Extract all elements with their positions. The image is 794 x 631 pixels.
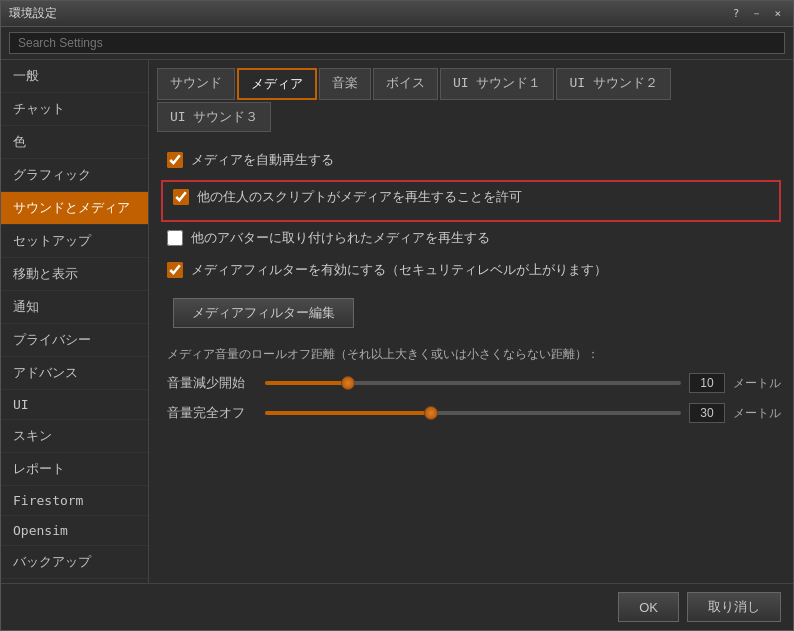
checkbox-row-auto-play: メディアを自動再生する <box>161 148 781 172</box>
slider-value-volume-decrease[interactable] <box>689 373 725 393</box>
rolloff-title: メディア音量のロールオフ距離（それ以上大きく或いは小さくならない距離）： <box>167 346 781 363</box>
content-area: 一般チャット色グラフィックサウンドとメディアセットアップ移動と表示通知プライバシ… <box>1 60 793 583</box>
label-media-filter: メディアフィルターを有効にする（セキュリティレベルが上がります） <box>191 261 607 279</box>
sidebar-item-ui[interactable]: UI <box>1 390 148 420</box>
label-allow-others: 他の住人のスクリプトがメディアを再生することを許可 <box>197 188 522 206</box>
sidebar-item-graphics[interactable]: グラフィック <box>1 159 148 192</box>
tab-ui-sound1[interactable]: UI サウンド１ <box>440 68 554 100</box>
checkbox-attached-media[interactable] <box>167 230 183 246</box>
sidebar-item-move-display[interactable]: 移動と表示 <box>1 258 148 291</box>
sidebar-item-advance[interactable]: アドバンス <box>1 357 148 390</box>
slider-label-volume-decrease: 音量減少開始 <box>167 374 257 392</box>
slider-row-volume-decrease: 音量減少開始 メートル <box>167 373 781 393</box>
checkbox-row-media-filter: メディアフィルターを有効にする（セキュリティレベルが上がります） <box>161 258 781 282</box>
sidebar-item-privacy[interactable]: プライバシー <box>1 324 148 357</box>
sidebar-item-general[interactable]: 一般 <box>1 60 148 93</box>
footer: OK 取り消し <box>1 583 793 630</box>
slider-label-volume-off: 音量完全オフ <box>167 404 257 422</box>
slider-unit-volume-decrease: メートル <box>733 375 781 392</box>
sidebar-item-firestorm[interactable]: Firestorm <box>1 486 148 516</box>
title-bar-buttons: ? － × <box>729 6 785 21</box>
close-button[interactable]: × <box>770 7 785 20</box>
checkbox-allow-others[interactable] <box>173 189 189 205</box>
cancel-button[interactable]: 取り消し <box>687 592 781 622</box>
checkbox-row-attached-media: 他のアバターに取り付けられたメディアを再生する <box>161 226 781 250</box>
slider-value-volume-off[interactable] <box>689 403 725 423</box>
sidebar-item-opensim[interactable]: Opensim <box>1 516 148 546</box>
sidebar-item-backup[interactable]: バックアップ <box>1 546 148 579</box>
window-title: 環境設定 <box>9 5 57 22</box>
slider-thumb-volume-off[interactable] <box>424 406 438 420</box>
media-filter-edit-button[interactable]: メディアフィルター編集 <box>173 298 354 328</box>
help-button[interactable]: ? <box>729 7 744 20</box>
search-bar <box>1 27 793 60</box>
tab-sound[interactable]: サウンド <box>157 68 235 100</box>
sidebar-item-report[interactable]: レポート <box>1 453 148 486</box>
sidebar-item-chat[interactable]: チャット <box>1 93 148 126</box>
sidebar-item-setup[interactable]: セットアップ <box>1 225 148 258</box>
minimize-button[interactable]: － <box>747 6 766 21</box>
tabs: サウンドメディア音楽ボイスUI サウンド１UI サウンド２UI サウンド３ <box>157 68 785 132</box>
label-auto-play: メディアを自動再生する <box>191 151 334 169</box>
label-attached-media: 他のアバターに取り付けられたメディアを再生する <box>191 229 490 247</box>
settings-window: 環境設定 ? － × 一般チャット色グラフィックサウンドとメディアセットアップ移… <box>0 0 794 631</box>
sidebar: 一般チャット色グラフィックサウンドとメディアセットアップ移動と表示通知プライバシ… <box>1 60 149 583</box>
sidebar-item-sound-media[interactable]: サウンドとメディア <box>1 192 148 225</box>
slider-row-volume-off: 音量完全オフ メートル <box>167 403 781 423</box>
tab-voice[interactable]: ボイス <box>373 68 438 100</box>
tab-music[interactable]: 音楽 <box>319 68 371 100</box>
slider-fill-volume-decrease <box>265 381 348 385</box>
tab-ui-sound2[interactable]: UI サウンド２ <box>556 68 670 100</box>
checkbox-row-allow-others: 他の住人のスクリプトがメディアを再生することを許可 <box>167 185 775 209</box>
sidebar-item-color[interactable]: 色 <box>1 126 148 159</box>
title-bar: 環境設定 ? － × <box>1 1 793 27</box>
tab-ui-sound3[interactable]: UI サウンド３ <box>157 102 271 132</box>
checkbox-auto-play[interactable] <box>167 152 183 168</box>
slider-unit-volume-off: メートル <box>733 405 781 422</box>
checkbox-media-filter[interactable] <box>167 262 183 278</box>
main-panel: サウンドメディア音楽ボイスUI サウンド１UI サウンド２UI サウンド３ メデ… <box>149 60 793 583</box>
slider-track-volume-off <box>265 411 681 415</box>
highlighted-group: 他の住人のスクリプトがメディアを再生することを許可 <box>161 180 781 222</box>
tab-media[interactable]: メディア <box>237 68 317 100</box>
settings-content: メディアを自動再生する 他の住人のスクリプトがメディアを再生することを許可 他の… <box>157 142 785 575</box>
slider-thumb-volume-decrease[interactable] <box>341 376 355 390</box>
slider-fill-volume-off <box>265 411 431 415</box>
ok-button[interactable]: OK <box>618 592 679 622</box>
search-input[interactable] <box>9 32 785 54</box>
sidebar-item-notify[interactable]: 通知 <box>1 291 148 324</box>
sidebar-item-skin[interactable]: スキン <box>1 420 148 453</box>
slider-volume-off-wrapper <box>265 404 681 422</box>
slider-track-volume-decrease <box>265 381 681 385</box>
slider-volume-decrease-wrapper <box>265 374 681 392</box>
rolloff-section: メディア音量のロールオフ距離（それ以上大きく或いは小さくならない距離）： 音量減… <box>161 346 781 423</box>
